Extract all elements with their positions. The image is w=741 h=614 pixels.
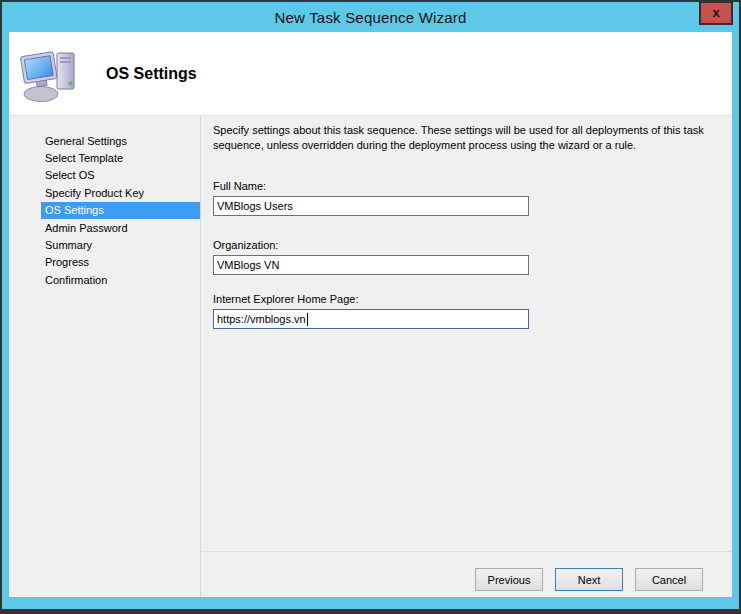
previous-button[interactable]: Previous [475,568,543,591]
wizard-steps-sidebar: General Settings Select Template Select … [9,116,201,597]
wizard-body: General Settings Select Template Select … [9,116,732,597]
wizard-content-pane: Specify settings about this task sequenc… [201,116,732,597]
step-progress: Progress [41,254,200,271]
window-title: New Task Sequence Wizard [274,9,466,26]
organization-label: Organization: [213,239,732,251]
ie-homepage-label: Internet Explorer Home Page: [213,293,732,305]
close-icon: x [712,5,719,20]
cancel-button[interactable]: Cancel [635,568,703,591]
step-select-template: Select Template [41,149,200,166]
full-name-field-group: Full Name: [213,180,732,216]
titlebar[interactable]: New Task Sequence Wizard x [2,2,739,32]
text-caret [307,313,308,326]
wizard-header: OS Settings [9,32,732,116]
step-general-settings: General Settings [41,132,200,149]
ie-homepage-input[interactable]: https://vmblogs.vn [213,309,529,329]
wizard-window: New Task Sequence Wizard x [0,0,741,614]
full-name-input[interactable] [213,196,529,216]
ie-homepage-field-group: Internet Explorer Home Page: https://vmb… [213,293,732,329]
step-admin-password: Admin Password [41,219,200,236]
step-os-settings-active: OS Settings [41,202,200,219]
page-title: OS Settings [106,65,197,83]
wizard-button-bar: Previous Next Cancel [201,551,732,597]
next-button[interactable]: Next [555,568,623,591]
page-description: Specify settings about this task sequenc… [213,123,729,153]
close-button[interactable]: x [699,2,733,25]
organization-input[interactable] [213,255,529,275]
step-select-os: Select OS [41,167,200,184]
computer-icon [20,46,82,102]
wizard-panel: OS Settings General Settings Select Temp… [9,32,732,597]
step-specify-product-key: Specify Product Key [41,184,200,201]
organization-field-group: Organization: [213,239,732,275]
step-summary: Summary [41,236,200,253]
full-name-label: Full Name: [213,180,732,192]
step-confirmation: Confirmation [41,271,200,288]
os-settings-form: Specify settings about this task sequenc… [201,116,732,551]
